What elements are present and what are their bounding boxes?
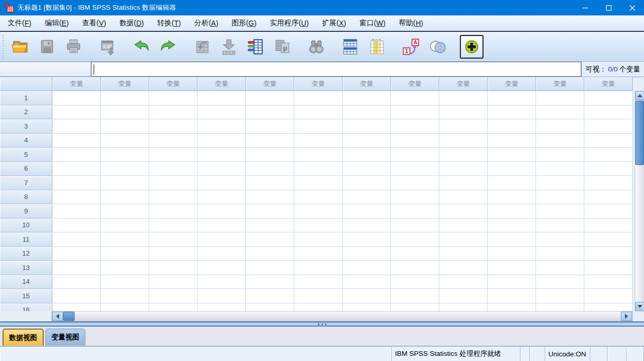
grid-cell[interactable]: [52, 176, 101, 190]
grid-cell[interactable]: [391, 162, 439, 176]
horizontal-scroll-track[interactable]: [75, 312, 621, 321]
grid-cell[interactable]: [488, 91, 536, 105]
grid-cell[interactable]: [536, 204, 584, 219]
grid-cell[interactable]: [584, 105, 633, 120]
grid-cell[interactable]: [149, 190, 198, 205]
column-header[interactable]: 变量: [391, 77, 439, 91]
grid-cell[interactable]: [439, 247, 488, 261]
menu-item-transform[interactable]: 转换(T): [151, 15, 188, 31]
grid-cell[interactable]: [343, 232, 391, 247]
grid-cell[interactable]: [52, 91, 101, 105]
grid-cell[interactable]: [536, 162, 584, 176]
grid-cell[interactable]: [488, 219, 536, 233]
grid-cell[interactable]: [391, 176, 439, 190]
grid-cell[interactable]: [488, 303, 536, 312]
row-header[interactable]: 11: [0, 232, 52, 247]
grid-corner-cell[interactable]: [0, 77, 52, 91]
scroll-left-button[interactable]: [52, 312, 63, 321]
grid-cell[interactable]: [294, 190, 343, 205]
column-header[interactable]: 变量: [101, 77, 149, 91]
vertical-scrollbar[interactable]: [635, 91, 644, 311]
grid-cell[interactable]: [536, 148, 584, 162]
grid-cell[interactable]: [584, 162, 633, 176]
grid-cell[interactable]: [391, 289, 439, 303]
column-header[interactable]: 变量: [343, 77, 391, 91]
grid-cell[interactable]: [584, 148, 633, 162]
grid-cell[interactable]: [536, 134, 584, 148]
grid-cell[interactable]: [488, 162, 536, 176]
row-header[interactable]: 15: [0, 289, 52, 303]
grid-cell[interactable]: [149, 219, 198, 233]
grid-cell[interactable]: [488, 204, 536, 219]
grid-cell[interactable]: [246, 91, 294, 105]
grid-cell[interactable]: [198, 289, 246, 303]
grid-cell[interactable]: [488, 289, 536, 303]
grid-cell[interactable]: [488, 232, 536, 247]
grid-cell[interactable]: [101, 289, 149, 303]
row-header[interactable]: 14: [0, 275, 52, 290]
grid-cell[interactable]: [101, 134, 149, 148]
grid-cell[interactable]: [439, 261, 488, 275]
grid-cell[interactable]: [343, 190, 391, 205]
menu-item-extensions[interactable]: 扩展(X): [315, 15, 353, 31]
split-file-button[interactable]: [338, 35, 362, 59]
grid-cell[interactable]: [101, 190, 149, 205]
grid-cell[interactable]: [294, 119, 343, 134]
grid-cell[interactable]: [101, 176, 149, 190]
vertical-scroll-thumb[interactable]: [635, 101, 644, 165]
menu-item-window[interactable]: 窗口(W): [353, 15, 392, 31]
row-header[interactable]: 3: [0, 119, 52, 134]
grid-cell[interactable]: [536, 176, 584, 190]
grid-cell[interactable]: [294, 162, 343, 176]
grid-cell[interactable]: [584, 119, 633, 134]
grid-cell[interactable]: [246, 275, 294, 290]
grid-cell[interactable]: [439, 275, 488, 290]
grid-cell[interactable]: [52, 148, 101, 162]
menu-item-view[interactable]: 查看(V): [76, 15, 113, 31]
grid-cell[interactable]: [488, 247, 536, 261]
row-header[interactable]: 4: [0, 134, 52, 148]
grid-cell[interactable]: [343, 134, 391, 148]
grid-cell[interactable]: [101, 162, 149, 176]
grid-cell[interactable]: [294, 275, 343, 290]
grid-cell[interactable]: [488, 134, 536, 148]
column-header[interactable]: 变量: [52, 77, 101, 91]
grid-cell[interactable]: [246, 261, 294, 275]
grid-cell[interactable]: [343, 303, 391, 312]
grid-cell[interactable]: [101, 275, 149, 290]
grid-cell[interactable]: [584, 261, 633, 275]
grid-cell[interactable]: [294, 303, 343, 312]
grid-cell[interactable]: [439, 232, 488, 247]
grid-cell[interactable]: [101, 232, 149, 247]
scroll-right-button[interactable]: [621, 312, 632, 321]
tab-data-view[interactable]: 数据视图: [3, 329, 44, 346]
grid-cell[interactable]: [246, 232, 294, 247]
grid-cell[interactable]: [488, 119, 536, 134]
grid-cell[interactable]: [246, 134, 294, 148]
grid-cell[interactable]: [391, 232, 439, 247]
menu-item-data[interactable]: 数据(D): [113, 15, 150, 31]
grid-cell[interactable]: [149, 105, 198, 120]
grid-cell[interactable]: [246, 190, 294, 205]
open-data-button[interactable]: [8, 35, 32, 59]
pane-splitter[interactable]: [0, 321, 644, 327]
grid-cell[interactable]: [536, 261, 584, 275]
grid-cell[interactable]: [584, 91, 633, 105]
grid-cell[interactable]: [52, 219, 101, 233]
grid-cell[interactable]: [198, 91, 246, 105]
grid-cell[interactable]: [149, 91, 198, 105]
grid-cell[interactable]: [439, 105, 488, 120]
grid-cell[interactable]: [343, 261, 391, 275]
grid-cell[interactable]: [294, 91, 343, 105]
grid-cell[interactable]: [294, 176, 343, 190]
grid-cell[interactable]: [294, 247, 343, 261]
grid-cell[interactable]: [246, 204, 294, 219]
redo-button[interactable]: [156, 35, 180, 59]
scroll-down-button[interactable]: [635, 302, 644, 311]
grid-cell[interactable]: [246, 247, 294, 261]
grid-cell[interactable]: [246, 176, 294, 190]
grid-cell[interactable]: [391, 105, 439, 120]
grid-cell[interactable]: [101, 303, 149, 312]
grid-cell[interactable]: [52, 261, 101, 275]
grid-cell[interactable]: [391, 303, 439, 312]
